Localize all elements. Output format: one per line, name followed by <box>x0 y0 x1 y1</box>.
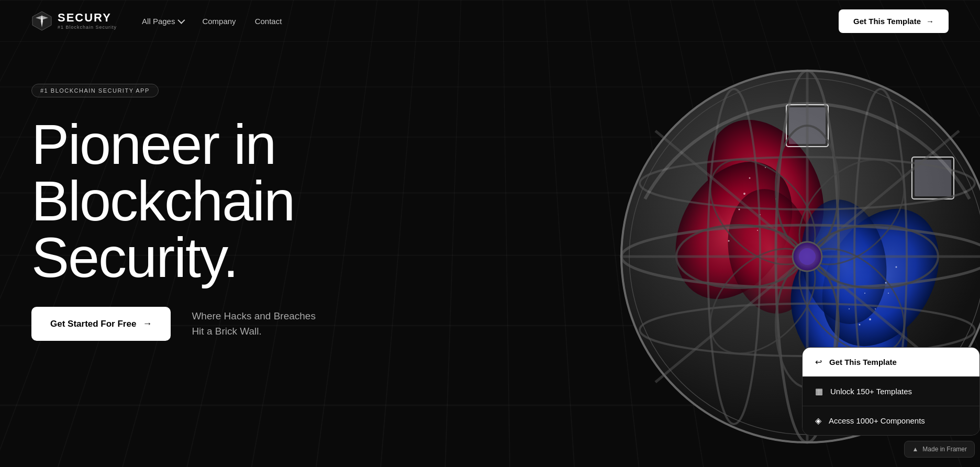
panel-item-unlock-templates[interactable]: ▦ Unlock 150+ Templates <box>803 377 979 406</box>
svg-point-27 <box>869 318 871 320</box>
logo-text-block: SECURY #1 Blockchain Security <box>58 12 117 30</box>
svg-point-22 <box>875 308 876 309</box>
template-icon: ↩ <box>815 357 822 367</box>
components-icon: ◈ <box>815 416 821 426</box>
svg-point-17 <box>728 240 730 242</box>
hero-cta-arrow: → <box>142 318 152 329</box>
svg-point-23 <box>885 282 887 284</box>
hero-section: #1 BLOCKCHAIN SECURITY APP Pioneer in Bl… <box>0 42 980 467</box>
panel-item-access-components[interactable]: ◈ Access 1000+ Components <box>803 406 979 435</box>
hero-cta-button[interactable]: Get Started For Free → <box>31 307 171 341</box>
svg-point-25 <box>896 266 897 268</box>
logo-area[interactable]: SECURY #1 Blockchain Security <box>31 10 117 31</box>
logo-icon <box>31 10 52 31</box>
hero-actions: Get Started For Free → Where Hacks and B… <box>31 307 316 341</box>
framer-icon: ▲ <box>912 446 918 453</box>
logo-tagline: #1 Blockchain Security <box>58 25 117 30</box>
svg-point-19 <box>743 193 745 195</box>
panel-item-get-template[interactable]: ↩ Get This Template <box>803 348 979 377</box>
framer-badge: ▲ Made in Framer <box>904 441 975 458</box>
svg-point-15 <box>739 209 740 210</box>
svg-point-21 <box>859 324 861 326</box>
nav-link-all-pages[interactable]: All Pages <box>142 17 183 26</box>
nav-left: SECURY #1 Blockchain Security All Pages … <box>31 10 282 31</box>
nav-cta-arrow: → <box>926 17 934 26</box>
nav-link-company[interactable]: Company <box>202 17 236 26</box>
hero-cta-label: Get Started For Free <box>50 319 136 329</box>
hero-badge: #1 BLOCKCHAIN SECURITY APP <box>31 84 159 97</box>
svg-point-24 <box>864 293 865 294</box>
hero-tagline: Where Hacks and Breaches Hit a Brick Wal… <box>192 309 316 339</box>
panel-label-unlock: Unlock 150+ Templates <box>830 387 912 396</box>
framer-label: Made in Framer <box>922 446 967 453</box>
svg-point-54 <box>799 248 816 265</box>
panel-label-get-template: Get This Template <box>829 358 897 366</box>
nav-link-contact[interactable]: Contact <box>255 17 282 26</box>
logo-name: SECURY <box>58 12 117 24</box>
unlock-icon: ▦ <box>815 386 823 396</box>
floating-panel: ↩ Get This Template ▦ Unlock 150+ Templa… <box>802 347 980 436</box>
svg-point-13 <box>749 177 751 179</box>
svg-point-28 <box>888 293 889 294</box>
svg-point-26 <box>849 308 850 309</box>
chevron-down-icon <box>178 17 185 24</box>
nav-cta-button[interactable]: Get This Template → <box>839 9 949 33</box>
hero-content: #1 BLOCKCHAIN SECURITY APP Pioneer in Bl… <box>31 84 316 341</box>
nav-links: All Pages Company Contact <box>142 17 282 26</box>
svg-point-16 <box>757 230 758 231</box>
nav-cta-label: Get This Template <box>853 17 921 26</box>
panel-label-components: Access 1000+ Components <box>829 416 925 425</box>
hero-title: Pioneer in Blockchain Security. <box>31 116 316 286</box>
navbar: SECURY #1 Blockchain Security All Pages … <box>0 0 980 42</box>
